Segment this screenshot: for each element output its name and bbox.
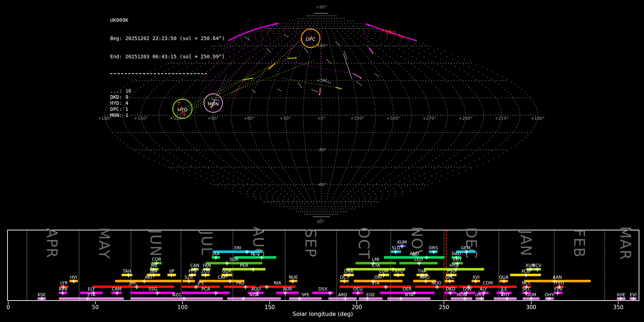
shower-peak-xhe: +: [618, 296, 623, 302]
x-tick-350: [618, 302, 619, 304]
lon-label-330: +330°: [350, 116, 364, 121]
month-gridline-9: [498, 230, 499, 300]
month-label-sep: SEP: [302, 229, 319, 258]
observation-header: UK009K Beg: 20251202 22:23:50 (sol = 250…: [110, 5, 225, 131]
lat-label--30: -30°: [317, 147, 327, 152]
shower-peak-szc: +: [186, 278, 191, 284]
x-tick-label-100: 100: [177, 304, 188, 311]
shower-label-sta: STA: [371, 280, 379, 286]
pole-label-north: +90°: [316, 5, 327, 10]
lon-label-270: +270°: [423, 116, 436, 121]
shower-peak-pau: +: [243, 284, 248, 290]
shower-peak-ahy: +: [504, 296, 509, 302]
month-label-may: MAY: [96, 227, 112, 259]
shower-label-and: AND: [410, 251, 419, 256]
shower-peak-nta: +: [399, 296, 404, 302]
x-tick-label-350: 350: [613, 304, 624, 311]
month-gridline-4: [233, 230, 233, 300]
shower-peak-xvi: +: [473, 278, 478, 284]
lon-label-30: +30°: [279, 116, 291, 121]
x-tick-label-50: 50: [92, 304, 99, 311]
shower-peak-nzc: +: [181, 296, 186, 302]
shower-peak-ari: +: [142, 278, 147, 284]
x-tick-150: [269, 302, 270, 304]
activity-timeline-chart: APRMAYJUNJULAUGSEPOCTNOVDECJANFEBMARKUM+…: [7, 230, 639, 301]
x-tick-50: [95, 302, 96, 304]
x-tick-label-0: 0: [6, 304, 10, 311]
lat-label-60: +60°: [316, 43, 327, 48]
lon-label-180: +180°: [531, 116, 545, 121]
shower-peak-ecv: +: [535, 266, 540, 272]
shower-peak-per: +: [250, 266, 255, 272]
shower-bar-sta: [340, 286, 411, 288]
shower-peak-ssg: +: [155, 290, 160, 296]
shower-peak-aur: +: [283, 290, 288, 296]
station-id: UK009K: [110, 17, 225, 23]
x-tick-label-200: 200: [352, 304, 362, 311]
shower-label-cap: CAP: [218, 275, 226, 280]
shower-peak-sda: +: [224, 260, 229, 266]
shower-bar-spe: [289, 297, 322, 300]
month-gridline-8: [444, 230, 444, 300]
lon-label-0: +0°: [317, 116, 326, 121]
shower-peak-dkd: +: [448, 290, 453, 296]
radiant-map-screen: +90°-90°+60°+30°-30°-60°+180°+150°+120°+…: [0, 0, 644, 322]
x-tick-200: [356, 302, 357, 304]
shower-bar-ege: [359, 297, 382, 300]
radiant-label-dkd: DKD: [386, 30, 396, 35]
month-gridline-6: [336, 230, 337, 300]
shower-label-sda: SDA: [230, 257, 239, 262]
shower-peak-mon: +: [462, 296, 467, 302]
sky-map-canvas: [0, 0, 644, 229]
shower-peak-jxa: +: [213, 254, 218, 260]
lon-label-240: +240°: [459, 116, 473, 121]
begin-time: Beg: 20251202 22:23:50 (sol = 250.64°): [110, 35, 225, 42]
shower-peak-hvi: +: [71, 278, 76, 284]
shower-peak-noo: +: [434, 284, 439, 290]
shower-peak-fev: +: [555, 290, 560, 296]
month-label-jun: JUN: [147, 230, 164, 257]
header-separator: [110, 73, 207, 74]
pole-label-south: -90°: [316, 219, 325, 224]
shower-peak-oct: +: [342, 278, 347, 284]
shower-peak-nda: +: [241, 296, 246, 302]
radiant-label-dpc: DPC: [306, 36, 316, 42]
shower-label-com: COM: [483, 280, 493, 286]
count-line-DKD: DKD: 9: [110, 94, 225, 100]
count-line-HYD: HYD: 4: [110, 100, 225, 106]
shower-peak-avb: +: [60, 290, 65, 296]
lon-label-210: +210°: [495, 116, 509, 121]
shower-label-dsx: DSX: [318, 287, 327, 292]
shower-label-kcg: KCG: [251, 251, 260, 256]
x-axis-title: Solar longitude (deg): [293, 311, 353, 317]
shower-peak-kse: +: [39, 296, 44, 302]
count-line-DPC: DPC: 1: [110, 106, 225, 112]
shower-peak-nue: +: [290, 278, 295, 284]
shower-peak-kcg: +: [259, 254, 264, 260]
shower-peak-gum: +: [528, 296, 533, 302]
lon-label-180: +180°: [98, 116, 112, 121]
x-tick-0: [8, 302, 9, 304]
shower-bar-mon: [451, 297, 472, 300]
shower-peak-and: +: [424, 254, 429, 260]
month-gridline-3: [181, 230, 181, 300]
shower-peak-sld: +: [393, 249, 398, 255]
month-gridline-2: [131, 230, 131, 300]
shower-peak-eta: +: [85, 296, 90, 302]
shower-peak-xcb: +: [523, 272, 528, 278]
shower-bar-nta: [387, 297, 431, 300]
shower-bar-kcg: [234, 256, 276, 259]
shower-peak-cap: +: [228, 278, 233, 284]
shower-peak-nia: +: [264, 284, 269, 290]
count-line-MON: MON: 1: [110, 112, 225, 118]
count-line-: ...: 16: [110, 88, 225, 94]
shower-bar-ari: [115, 280, 181, 282]
shower-label-eri: ERI: [234, 245, 241, 250]
shower-peak-eri: +: [244, 249, 249, 255]
shower-peak-jpe: +: [194, 284, 199, 290]
shower-peak-ocu: +: [355, 290, 360, 296]
lat-label-30: +30°: [316, 78, 327, 83]
shower-peak-ohy: +: [547, 296, 552, 302]
shower-peak-zcs: +: [203, 272, 208, 278]
shower-label-oer: OER: [402, 287, 411, 292]
